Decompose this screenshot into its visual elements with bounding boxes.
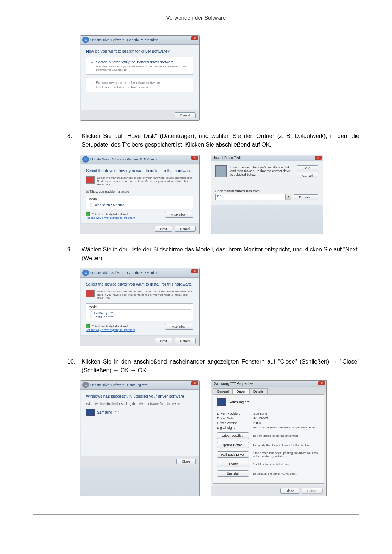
cancel-button: Cancel [302, 488, 323, 494]
ok-button[interactable]: OK [297, 165, 318, 171]
step-text: Wählen Sie in der Liste der Bildschirme … [82, 245, 359, 263]
floppy-icon [215, 165, 227, 177]
have-disk-button[interactable]: Have Disk... [165, 324, 193, 330]
back-icon[interactable]: ← [82, 270, 89, 276]
device-name: Samsung **** [229, 400, 251, 404]
back-icon[interactable]: ← [82, 37, 89, 43]
dialog-title-bar: ← Update Driver Software - Generic PnP M… [80, 155, 199, 164]
next-button[interactable]: Next [155, 338, 172, 344]
dialog-heading: Select the device driver you want to ins… [86, 282, 193, 286]
model-item-1[interactable]: 📄 Samsung **** [89, 311, 191, 315]
signing-link[interactable]: Tell me why driver signing is important [86, 216, 135, 219]
update-driver-desc: To update the driver software for this d… [253, 444, 320, 447]
compatible-checkbox[interactable]: ☑ Show compatible hardware [86, 190, 193, 193]
close-icon[interactable]: ✕ [191, 36, 198, 40]
dialog-title: Install From Disk [211, 155, 323, 161]
uninstall-desc: To uninstall the driver (Advanced). [253, 472, 320, 475]
close-button[interactable]: Close [280, 488, 299, 494]
close-icon[interactable]: ✕ [191, 381, 198, 385]
disable-button[interactable]: Disable [217, 461, 249, 467]
model-list: Model 📄 Generic PnP Monitor [86, 196, 193, 209]
update-driver-button[interactable]: Update Driver... [217, 442, 249, 448]
dialog-title: Update Driver Software - Generic PnP Mon… [90, 271, 158, 275]
disable-desc: Disables the selected device. [253, 463, 320, 466]
properties-title: Samsung **** Properties ✕ [211, 381, 326, 387]
signed-text: This driver is digitally signed. [92, 325, 129, 328]
back-icon[interactable]: ← [82, 156, 89, 163]
select-driver-dialog: ✕ ← Update Driver Software - Generic PnP… [80, 155, 200, 234]
dialog-title: Update Driver Software - Generic PnP Mon… [90, 38, 158, 42]
dialog-title-bar: ← Update Driver Software - Samsung **** [80, 381, 199, 390]
step-number: 8. [67, 132, 82, 149]
tab-details[interactable]: Details [249, 388, 268, 394]
signed-text: This driver is digitally signed. [92, 213, 129, 216]
instruction-text: Select the manufacturer and model of you… [97, 176, 193, 186]
screenshot-step7: ✕ ← Update Driver Software - Generic PnP… [33, 35, 359, 121]
close-button[interactable]: Close [176, 459, 196, 464]
chevron-down-icon[interactable]: ▾ [285, 194, 291, 200]
model-list: Model 📄 Samsung **** 📄 Samsung **** [86, 303, 193, 321]
page-header: Verwenden der Software [33, 15, 359, 21]
install-from-disk-dialog: ✕ Install From Disk Insert the manufactu… [211, 155, 323, 234]
close-icon[interactable]: ✕ [315, 156, 322, 160]
driver-details-button[interactable]: Driver Details... [217, 432, 249, 439]
model-item[interactable]: 📄 Generic PnP Monitor [89, 203, 191, 207]
dialog-title-bar: ← Update Driver Software - Generic PnP M… [80, 268, 199, 278]
back-icon: ← [82, 382, 89, 388]
cancel-button[interactable]: Cancel [297, 173, 318, 178]
tab-strip: General Driver Details [211, 387, 326, 394]
rollback-button[interactable]: Roll Back Driver [217, 451, 249, 458]
provider-value: Samsung [253, 412, 267, 415]
arrow-icon: → [90, 81, 94, 89]
model-item-2[interactable]: 📄 Samsung **** [89, 315, 191, 319]
properties-dialog: Samsung **** Properties ✕ General Driver… [211, 380, 327, 496]
option-title: Browse my computer for driver software [96, 81, 160, 85]
dialog-heading: How do you want to search for driver sof… [86, 49, 193, 53]
screenshot-step9: ✕ ← Update Driver Software - Generic PnP… [33, 268, 359, 346]
path-value: D:\ [216, 194, 285, 200]
browse-button[interactable]: Browse... [294, 194, 318, 200]
browse-computer-option[interactable]: → Browse my computer for driver software… [86, 78, 193, 92]
dialog-title: Update Driver Software - Samsung **** [90, 383, 147, 387]
close-icon[interactable]: ✕ [318, 381, 325, 385]
copy-from-label: Copy manufacturer's files from: [215, 189, 291, 193]
have-disk-button[interactable]: Have Disk... [165, 212, 193, 218]
date-label: Driver Date: [217, 416, 253, 420]
rollback-desc: If the device fails after updating the d… [253, 451, 320, 458]
update-driver-search-dialog: ✕ ← Update Driver Software - Generic PnP… [80, 35, 200, 121]
cancel-button[interactable]: Cancel [175, 338, 196, 344]
signer-label: Digital Signer: [217, 426, 253, 430]
device-label: Samsung **** [97, 410, 119, 414]
disk-icon [86, 176, 95, 184]
select-model-dialog: ✕ ← Update Driver Software - Generic PnP… [80, 268, 200, 346]
path-combobox[interactable]: D:\ ▾ [215, 194, 291, 200]
step-8: 8. Klicken Sie auf "Have Disk" (Datenträ… [67, 132, 359, 149]
disk-icon [86, 290, 95, 297]
uninstall-button[interactable]: Uninstall [217, 470, 249, 477]
driver-details-desc: To view details about the driver files. [253, 434, 320, 438]
step-number: 9. [67, 245, 82, 263]
close-icon[interactable]: ✕ [191, 269, 198, 273]
step-9: 9. Wählen Sie in der Liste der Bildschir… [67, 245, 359, 263]
tab-driver[interactable]: Driver [233, 388, 249, 394]
step-10: 10. Klicken Sie in den anschießend nache… [67, 357, 359, 375]
cancel-button[interactable]: Cancel [175, 112, 196, 118]
model-header: Model [89, 197, 191, 202]
ifd-instruction: Insert the manufacturer's installation d… [230, 165, 293, 176]
arrow-icon: → [90, 60, 94, 71]
cancel-button[interactable]: Cancel [175, 226, 196, 232]
option-title: Search automatically for updated driver … [96, 60, 189, 64]
option-desc: Windows will search your computer and th… [96, 65, 189, 71]
tab-general[interactable]: General [213, 388, 233, 394]
next-button[interactable]: Next [155, 226, 172, 232]
success-heading: Windows has successfully updated your dr… [86, 394, 193, 398]
search-auto-option[interactable]: → Search automatically for updated drive… [86, 57, 193, 75]
step-text: Klicken Sie auf "Have Disk" (Datenträger… [82, 132, 359, 149]
option-desc: Locate and install driver software manua… [96, 86, 160, 89]
dialog-title: Update Driver Software - Generic PnP Mon… [90, 157, 158, 161]
close-icon[interactable]: ✕ [191, 156, 198, 160]
signing-link[interactable]: Tell me why driver signing is important [86, 328, 135, 332]
monitor-icon [217, 398, 226, 406]
instruction-text: Select the manufacturer and model of you… [97, 290, 193, 300]
shield-icon [86, 324, 90, 328]
